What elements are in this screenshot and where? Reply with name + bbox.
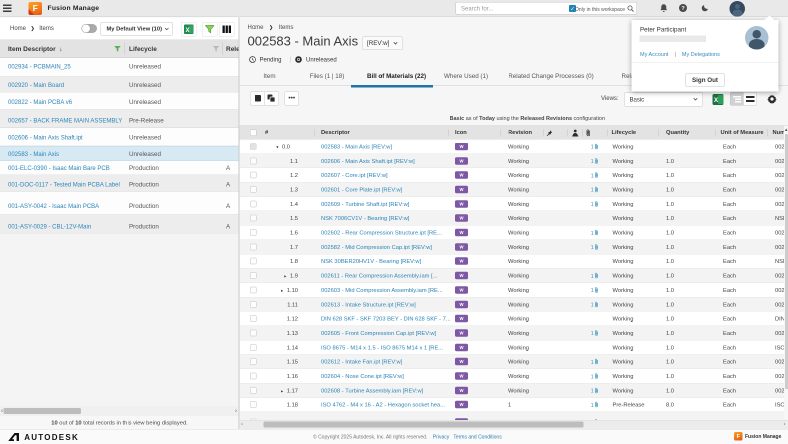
svg-text:X: X [185,27,189,33]
